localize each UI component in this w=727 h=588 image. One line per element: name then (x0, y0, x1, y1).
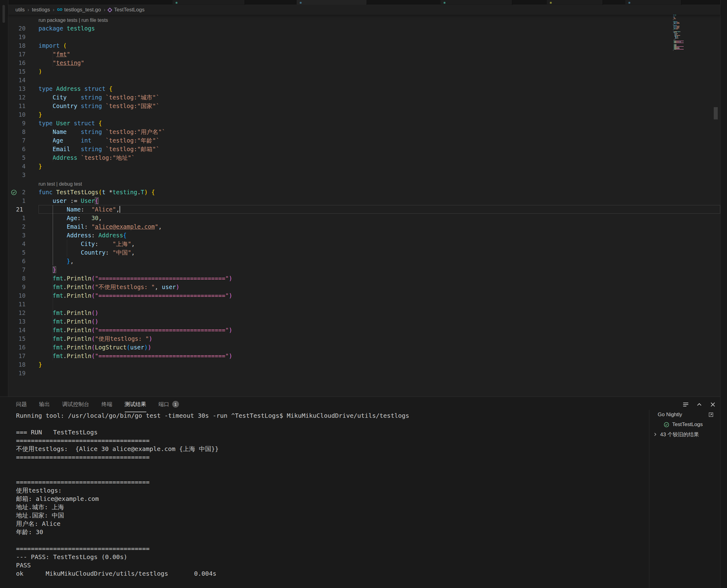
code-token: struct (74, 120, 95, 127)
code-text: type Address struct { (39, 84, 720, 93)
code-line[interactable]: 14 (8, 76, 720, 84)
line-number: 2 (8, 222, 39, 231)
code-line[interactable]: 11 (8, 300, 720, 309)
code-line[interactable]: 3 (8, 171, 720, 179)
code-token: ( (92, 309, 95, 316)
code-line[interactable]: 18import ( (8, 41, 720, 50)
code-line[interactable]: 1 user := User{ (8, 196, 720, 205)
code-line[interactable]: 7 Age int `testlog:"年龄"` (8, 136, 720, 145)
code-line[interactable]: 21 Name: "Alice", (8, 205, 720, 214)
codelens-link[interactable]: debug test (59, 181, 82, 187)
code-token: fmt (53, 318, 63, 325)
indent-guide (53, 239, 53, 248)
code-line[interactable]: 17 "fmt" (8, 50, 720, 59)
code-line[interactable]: 13 fmt.Println() (8, 317, 720, 326)
code-token: , (155, 284, 158, 290)
code-line[interactable]: 16 fmt.Println(LogStruct(user)) (8, 343, 720, 352)
panel-tab-debug-console[interactable]: 调试控制台 (62, 397, 89, 412)
codelens-text: run package tests | run file tests (39, 15, 720, 24)
code-token: Country (53, 103, 77, 109)
code-line[interactable]: 9 fmt.Println("不使用testlogs: ", user) (8, 282, 720, 291)
code-line[interactable]: 19 (8, 369, 720, 377)
code-line[interactable]: 9type User struct { (8, 119, 720, 127)
code-editor[interactable]: run package tests | run file tests20pack… (8, 15, 720, 397)
list-view-icon[interactable] (682, 401, 689, 408)
code-line[interactable]: 10 fmt.Println("========================… (8, 291, 720, 300)
code-line[interactable]: 6 }, (8, 257, 720, 265)
codelens-link[interactable]: run package tests (39, 18, 77, 23)
code-line[interactable]: 10} (8, 110, 720, 119)
code-line[interactable]: 19 (8, 33, 720, 41)
code-line[interactable]: 1 Age: 30, (8, 214, 720, 222)
code-line[interactable]: 2 Email: "alice@example.com", (8, 222, 720, 231)
test-result-item[interactable]: TestTestLogs (649, 420, 720, 429)
code-line[interactable]: 5 Address `testlog:"地址"` (8, 153, 720, 162)
code-line[interactable]: 7 } (8, 265, 720, 274)
panel-tab-terminal[interactable]: 终端 (102, 397, 113, 412)
code-line[interactable]: 4} (8, 162, 720, 171)
code-line[interactable]: 15) (8, 67, 720, 76)
code-text: Name: "Alice", (39, 205, 720, 214)
code-line[interactable]: 3 Address: Address{ (8, 231, 720, 239)
code-line[interactable]: 12 City string `testlog:"城市"` (8, 93, 720, 102)
code-line[interactable]: 13type Address struct { (8, 84, 720, 93)
code-line[interactable]: 20package testlogs (8, 24, 720, 33)
code-line[interactable]: 5 Country: "中国", (8, 248, 720, 257)
panel-tab-test-results[interactable]: 测试结果 (125, 397, 146, 412)
code-line[interactable]: 2func TestTestLogs(t *testing.T) { (8, 188, 720, 196)
editor-tab[interactable] (173, 0, 245, 5)
panel-tab-ports[interactable]: 端口1 (159, 397, 179, 412)
terminal-line: PASS (16, 561, 638, 569)
breadcrumb-item-symbol[interactable]: TestTestLogs (114, 7, 144, 13)
line-number: 13 (8, 84, 39, 93)
breadcrumb-item-file[interactable]: testlogs_test.go (64, 7, 101, 13)
breadcrumb-item-folder[interactable]: testlogs (32, 7, 50, 13)
code-line[interactable]: 8 Name string `testlog:"用户名"` (8, 127, 720, 136)
breadcrumb: utils › testlogs › GO testlogs_test.go ›… (8, 5, 720, 15)
code-token: : (77, 215, 81, 221)
open-in-editor-icon[interactable] (708, 412, 714, 418)
panel-tab-problems[interactable]: 问题 (16, 397, 27, 412)
code-line[interactable]: 16 "testing" (8, 59, 720, 67)
editor-tab[interactable] (547, 0, 603, 5)
test-pass-gutter-icon[interactable] (11, 189, 17, 195)
code-line[interactable]: 8 fmt.Println("=========================… (8, 274, 720, 282)
code-line[interactable]: 17 fmt.Println("========================… (8, 352, 720, 360)
test-provider-header[interactable]: Go Nightly (649, 410, 720, 420)
codelens-link[interactable]: run test (39, 181, 55, 187)
chevron-right-icon (652, 432, 658, 437)
older-results-item[interactable]: 43 个较旧的结果 (649, 429, 720, 439)
indent-guide (53, 102, 53, 110)
code-line[interactable]: 15 fmt.Println("使用testlogs: ") (8, 334, 720, 343)
indent-guide (53, 127, 53, 136)
code-token (39, 344, 53, 351)
code-line[interactable]: 12 fmt.Println() (8, 309, 720, 317)
editor-tab[interactable] (625, 0, 681, 5)
minimap[interactable] (673, 15, 697, 52)
code-token: Address (99, 232, 123, 238)
close-icon[interactable] (709, 401, 716, 408)
code-line[interactable]: 4 City: "上海", (8, 239, 720, 248)
indent-guide (53, 59, 53, 67)
code-line[interactable]: 18} (8, 360, 720, 369)
panel-tab-output[interactable]: 输出 (39, 397, 50, 412)
editor-scrollbar[interactable] (714, 107, 718, 120)
editor-tab[interactable] (297, 0, 367, 5)
code-text: Age int `testlog:"年龄"` (39, 136, 720, 145)
codelens-link[interactable]: run file tests (81, 18, 108, 23)
chevron-up-icon[interactable] (695, 401, 703, 408)
code-token: fmt (53, 275, 63, 282)
code-token: ) (229, 327, 232, 333)
code-token: . (63, 309, 66, 316)
code-token (77, 197, 81, 204)
code-line[interactable]: 14 fmt.Println("========================… (8, 326, 720, 334)
code-line[interactable]: 6 Email string `testlog:"邮箱"` (8, 145, 720, 153)
code-line[interactable]: 11 Country string `testlog:"国家"` (8, 102, 720, 110)
editor-tab[interactable] (441, 0, 512, 5)
indent-guide (53, 309, 53, 317)
code-text: type User struct { (39, 119, 720, 127)
line-number: 14 (8, 76, 39, 84)
code-token (53, 85, 56, 92)
line-number: 4 (8, 239, 39, 248)
breadcrumb-item-folder[interactable]: utils (15, 7, 25, 13)
